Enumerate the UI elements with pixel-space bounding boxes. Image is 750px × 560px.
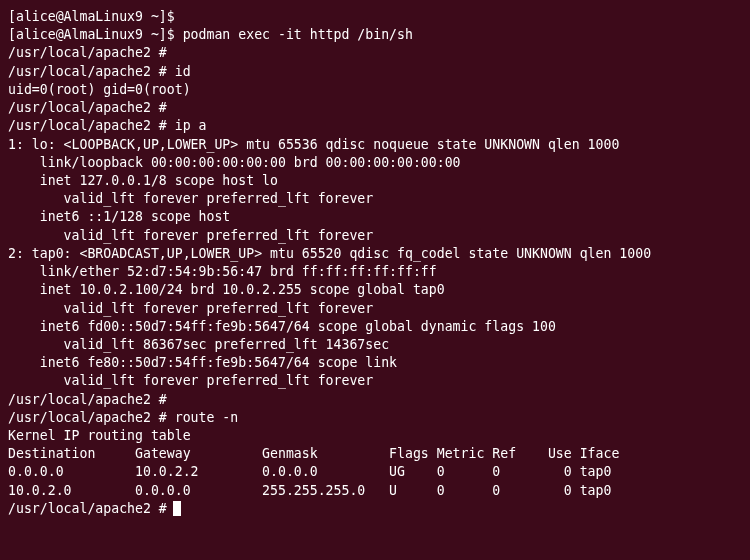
terminal-line: Destination Gateway Genmask Flags Metric…: [8, 445, 742, 463]
terminal-line: /usr/local/apache2 # ip a: [8, 117, 742, 135]
terminal-line: valid_lft forever preferred_lft forever: [8, 372, 742, 390]
terminal-line: 2: tap0: <BROADCAST,UP,LOWER_UP> mtu 655…: [8, 245, 742, 263]
terminal-line: inet6 ::1/128 scope host: [8, 208, 742, 226]
prompt-text: /usr/local/apache2 #: [8, 501, 175, 516]
terminal-line: valid_lft 86367sec preferred_lft 14367se…: [8, 336, 742, 354]
terminal-line: link/loopback 00:00:00:00:00:00 brd 00:0…: [8, 154, 742, 172]
terminal-line: inet 10.0.2.100/24 brd 10.0.2.255 scope …: [8, 281, 742, 299]
terminal-line: uid=0(root) gid=0(root): [8, 81, 742, 99]
terminal-prompt[interactable]: /usr/local/apache2 #: [8, 500, 742, 518]
terminal-line: [alice@AlmaLinux9 ~]$ podman exec -it ht…: [8, 26, 742, 44]
terminal-line: valid_lft forever preferred_lft forever: [8, 227, 742, 245]
terminal-line: inet 127.0.0.1/8 scope host lo: [8, 172, 742, 190]
terminal-line: /usr/local/apache2 #: [8, 391, 742, 409]
terminal-line: valid_lft forever preferred_lft forever: [8, 300, 742, 318]
terminal-line: /usr/local/apache2 # route -n: [8, 409, 742, 427]
terminal-line: 1: lo: <LOOPBACK,UP,LOWER_UP> mtu 65536 …: [8, 136, 742, 154]
terminal-line: 10.0.2.0 0.0.0.0 255.255.255.0 U 0 0 0 t…: [8, 482, 742, 500]
terminal-output[interactable]: [alice@AlmaLinux9 ~]$ [alice@AlmaLinux9 …: [8, 8, 742, 518]
terminal-line: /usr/local/apache2 #: [8, 44, 742, 62]
terminal-line: inet6 fe80::50d7:54ff:fe9b:5647/64 scope…: [8, 354, 742, 372]
terminal-line: valid_lft forever preferred_lft forever: [8, 190, 742, 208]
terminal-line: /usr/local/apache2 # id: [8, 63, 742, 81]
terminal-line: [alice@AlmaLinux9 ~]$: [8, 8, 742, 26]
cursor-icon: [173, 501, 181, 516]
terminal-line: Kernel IP routing table: [8, 427, 742, 445]
terminal-line: /usr/local/apache2 #: [8, 99, 742, 117]
terminal-line: 0.0.0.0 10.0.2.2 0.0.0.0 UG 0 0 0 tap0: [8, 463, 742, 481]
terminal-line: inet6 fd00::50d7:54ff:fe9b:5647/64 scope…: [8, 318, 742, 336]
terminal-line: link/ether 52:d7:54:9b:56:47 brd ff:ff:f…: [8, 263, 742, 281]
